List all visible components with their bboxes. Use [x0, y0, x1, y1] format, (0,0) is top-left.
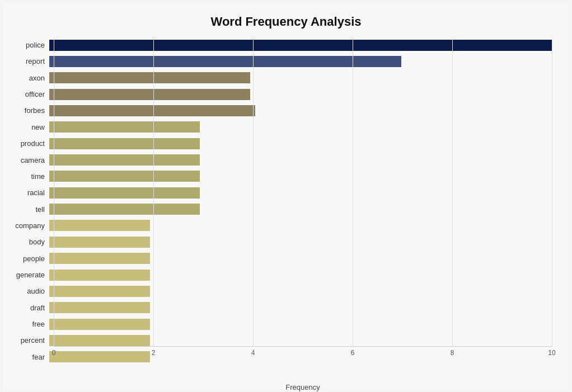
bar-fill: [49, 286, 150, 297]
bar-track: [49, 154, 552, 166]
bar-label: officer: [10, 90, 49, 98]
grid-line: [552, 39, 552, 347]
bar-row: free: [54, 318, 552, 330]
bar-label: racial: [10, 188, 49, 197]
bar-track: [49, 105, 552, 116]
bar-label: product: [10, 139, 49, 148]
bar-fill: [49, 154, 200, 166]
bar-row: audio: [54, 285, 552, 297]
bar-label: audio: [10, 287, 49, 295]
bar-track: [49, 171, 552, 182]
bar-track: [49, 56, 552, 67]
bar-fill: [49, 138, 200, 149]
bar-row: report: [54, 55, 552, 68]
bar-row: generate: [54, 269, 552, 281]
bar-track: [49, 270, 552, 281]
bar-label: draft: [10, 304, 49, 312]
bar-label: percent: [10, 336, 49, 344]
bar-label: company: [10, 221, 49, 230]
x-tick: 2: [152, 349, 156, 357]
bar-label: body: [10, 238, 49, 246]
bar-row: percent: [54, 334, 552, 347]
bar-row: forbes: [54, 105, 552, 117]
bar-fill: [49, 187, 200, 199]
bar-fill: [49, 204, 200, 215]
bar-track: [49, 187, 552, 199]
bar-label: free: [10, 320, 49, 328]
bar-fill: [49, 171, 200, 182]
bar-row: company: [54, 219, 552, 232]
bar-label: people: [10, 254, 49, 263]
x-tick: 10: [548, 349, 555, 357]
bars-wrapper: policereportaxonofficerforbesnewproductc…: [54, 39, 552, 363]
bar-row: body: [54, 236, 552, 248]
bar-row: axon: [54, 72, 552, 84]
bar-fill: [49, 89, 250, 100]
bar-label: new: [10, 123, 49, 131]
bar-fill: [49, 121, 200, 133]
x-tick: 4: [251, 349, 255, 357]
bar-row: camera: [54, 154, 552, 166]
bar-track: [49, 138, 552, 149]
chart-title: Word Frequency Analysis: [20, 15, 552, 29]
bar-label: camera: [10, 156, 49, 164]
bar-row: product: [54, 138, 552, 150]
bar-row: draft: [54, 301, 552, 314]
bar-track: [49, 220, 552, 231]
bar-fill: [49, 56, 401, 67]
bar-fill: [49, 40, 552, 51]
bar-track: [49, 89, 552, 100]
bar-track: [49, 302, 552, 313]
x-tick: 0: [52, 349, 56, 357]
bar-track: [49, 253, 552, 264]
bar-fill: [49, 253, 150, 264]
bar-row: police: [54, 39, 552, 51]
chart-container: Word Frequency Analysis policereportaxon…: [3, 3, 569, 389]
bar-fill: [49, 105, 255, 116]
bar-track: [49, 204, 552, 215]
bar-row: people: [54, 252, 552, 265]
bar-row: tell: [54, 203, 552, 215]
bar-track: [49, 121, 552, 133]
bar-track: [49, 237, 552, 248]
chart-area: policereportaxonofficerforbesnewproductc…: [54, 39, 552, 363]
bar-track: [49, 40, 552, 51]
bar-fill: [49, 270, 150, 281]
bar-fill: [49, 302, 150, 313]
x-tick: 6: [351, 349, 355, 357]
bar-row: time: [54, 170, 552, 182]
bar-track: [49, 72, 552, 83]
bar-label: police: [10, 41, 49, 49]
bar-fill: [49, 335, 150, 346]
bar-label: time: [10, 172, 49, 181]
bar-track: [49, 286, 552, 297]
x-axis-label: Frequency: [285, 383, 320, 391]
bar-label: report: [10, 57, 49, 65]
bar-label: fear: [10, 353, 49, 361]
bar-fill: [49, 237, 150, 248]
x-axis: 0246810: [54, 347, 552, 363]
bar-track: [49, 335, 552, 346]
bar-fill: [49, 319, 150, 330]
bar-label: generate: [10, 271, 49, 279]
bar-fill: [49, 72, 250, 83]
bar-label: axon: [10, 74, 49, 82]
bar-row: officer: [54, 88, 552, 101]
x-tick: 8: [451, 349, 454, 357]
bar-fill: [49, 220, 150, 231]
bar-row: racial: [54, 187, 552, 199]
bar-track: [49, 319, 552, 330]
bar-label: forbes: [10, 106, 49, 115]
bar-row: new: [54, 121, 552, 133]
bar-label: tell: [10, 205, 49, 214]
